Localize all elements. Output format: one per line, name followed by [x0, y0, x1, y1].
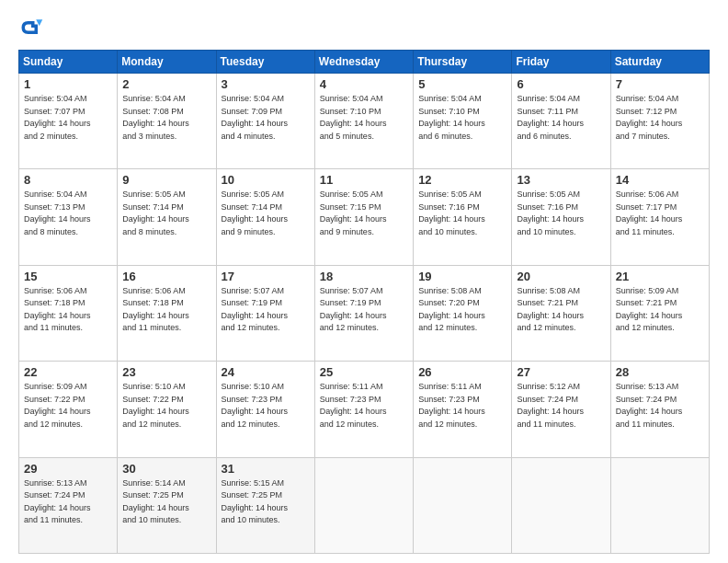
calendar-cell: 21 Sunrise: 5:09 AM Sunset: 7:21 PM Dayl…	[610, 265, 709, 361]
weekday-header: Saturday	[610, 51, 709, 74]
day-info: Sunrise: 5:12 AM Sunset: 7:24 PM Dayligh…	[517, 381, 605, 431]
calendar-cell	[512, 457, 610, 553]
calendar-cell: 18 Sunrise: 5:07 AM Sunset: 7:19 PM Dayl…	[314, 265, 413, 361]
day-info: Sunrise: 5:04 AM Sunset: 7:11 PM Dayligh…	[517, 93, 605, 143]
calendar-cell: 14 Sunrise: 5:06 AM Sunset: 7:17 PM Dayl…	[610, 169, 709, 265]
calendar-cell: 13 Sunrise: 5:05 AM Sunset: 7:16 PM Dayl…	[512, 169, 610, 265]
calendar-cell: 8 Sunrise: 5:04 AM Sunset: 7:13 PM Dayli…	[19, 169, 118, 265]
calendar-cell: 29 Sunrise: 5:13 AM Sunset: 7:24 PM Dayl…	[19, 457, 118, 553]
day-info: Sunrise: 5:09 AM Sunset: 7:21 PM Dayligh…	[616, 285, 704, 335]
calendar-cell: 6 Sunrise: 5:04 AM Sunset: 7:11 PM Dayli…	[512, 74, 610, 169]
calendar-cell: 11 Sunrise: 5:05 AM Sunset: 7:15 PM Dayl…	[314, 169, 413, 265]
day-number: 3	[222, 77, 310, 91]
weekday-header-row: SundayMondayTuesdayWednesdayThursdayFrid…	[19, 51, 710, 74]
day-number: 30	[122, 462, 210, 476]
calendar-week-row: 29 Sunrise: 5:13 AM Sunset: 7:24 PM Dayl…	[19, 457, 710, 553]
day-number: 13	[517, 173, 605, 187]
calendar-cell: 7 Sunrise: 5:04 AM Sunset: 7:12 PM Dayli…	[610, 74, 709, 169]
day-number: 23	[122, 365, 210, 379]
day-number: 27	[517, 365, 605, 379]
day-info: Sunrise: 5:07 AM Sunset: 7:19 PM Dayligh…	[320, 285, 408, 335]
calendar-cell: 1 Sunrise: 5:04 AM Sunset: 7:07 PM Dayli…	[19, 74, 118, 169]
calendar-cell: 4 Sunrise: 5:04 AM Sunset: 7:10 PM Dayli…	[314, 74, 413, 169]
calendar-page: SundayMondayTuesdayWednesdayThursdayFrid…	[0, 0, 728, 563]
day-number: 12	[418, 173, 506, 187]
calendar-week-row: 22 Sunrise: 5:09 AM Sunset: 7:22 PM Dayl…	[19, 362, 710, 457]
day-number: 6	[517, 77, 605, 91]
calendar-cell: 16 Sunrise: 5:06 AM Sunset: 7:18 PM Dayl…	[118, 265, 216, 361]
day-number: 10	[222, 173, 310, 187]
day-info: Sunrise: 5:13 AM Sunset: 7:24 PM Dayligh…	[24, 477, 112, 527]
day-number: 1	[24, 77, 112, 91]
calendar-cell: 19 Sunrise: 5:08 AM Sunset: 7:20 PM Dayl…	[414, 265, 512, 361]
day-info: Sunrise: 5:04 AM Sunset: 7:08 PM Dayligh…	[122, 93, 210, 143]
calendar-cell: 2 Sunrise: 5:04 AM Sunset: 7:08 PM Dayli…	[118, 74, 216, 169]
day-number: 18	[320, 270, 408, 283]
calendar-week-row: 15 Sunrise: 5:06 AM Sunset: 7:18 PM Dayl…	[19, 265, 710, 361]
day-number: 17	[222, 270, 310, 283]
day-info: Sunrise: 5:05 AM Sunset: 7:14 PM Dayligh…	[222, 189, 310, 238]
day-number: 5	[418, 77, 506, 91]
day-info: Sunrise: 5:14 AM Sunset: 7:25 PM Dayligh…	[122, 477, 210, 527]
calendar-cell	[610, 457, 709, 553]
day-info: Sunrise: 5:04 AM Sunset: 7:10 PM Dayligh…	[418, 93, 506, 143]
calendar-cell: 24 Sunrise: 5:10 AM Sunset: 7:23 PM Dayl…	[216, 362, 314, 457]
day-number: 11	[320, 173, 408, 187]
day-number: 20	[517, 270, 605, 283]
calendar-table: SundayMondayTuesdayWednesdayThursdayFrid…	[18, 50, 710, 554]
day-info: Sunrise: 5:04 AM Sunset: 7:13 PM Dayligh…	[24, 189, 112, 238]
day-number: 16	[122, 270, 210, 283]
weekday-header: Wednesday	[314, 51, 413, 74]
weekday-header: Monday	[118, 51, 216, 74]
day-number: 21	[616, 270, 704, 283]
calendar-cell: 17 Sunrise: 5:07 AM Sunset: 7:19 PM Dayl…	[216, 265, 314, 361]
calendar-cell: 10 Sunrise: 5:05 AM Sunset: 7:14 PM Dayl…	[216, 169, 314, 265]
calendar-cell: 12 Sunrise: 5:05 AM Sunset: 7:16 PM Dayl…	[414, 169, 512, 265]
calendar-cell: 20 Sunrise: 5:08 AM Sunset: 7:21 PM Dayl…	[512, 265, 610, 361]
day-info: Sunrise: 5:06 AM Sunset: 7:18 PM Dayligh…	[122, 285, 210, 335]
day-number: 26	[418, 365, 506, 379]
calendar-cell: 22 Sunrise: 5:09 AM Sunset: 7:22 PM Dayl…	[19, 362, 118, 457]
calendar-cell: 27 Sunrise: 5:12 AM Sunset: 7:24 PM Dayl…	[512, 362, 610, 457]
weekday-header: Friday	[512, 51, 610, 74]
logo-icon	[18, 15, 44, 40]
day-number: 28	[616, 365, 704, 379]
day-info: Sunrise: 5:06 AM Sunset: 7:18 PM Dayligh…	[24, 285, 112, 335]
day-info: Sunrise: 5:13 AM Sunset: 7:24 PM Dayligh…	[616, 381, 704, 431]
day-info: Sunrise: 5:08 AM Sunset: 7:21 PM Dayligh…	[517, 285, 605, 335]
calendar-cell	[314, 457, 413, 553]
day-info: Sunrise: 5:05 AM Sunset: 7:16 PM Dayligh…	[517, 189, 605, 238]
calendar-cell: 26 Sunrise: 5:11 AM Sunset: 7:23 PM Dayl…	[414, 362, 512, 457]
day-number: 19	[418, 270, 506, 283]
day-number: 9	[122, 173, 210, 187]
calendar-cell: 5 Sunrise: 5:04 AM Sunset: 7:10 PM Dayli…	[414, 74, 512, 169]
calendar-cell: 25 Sunrise: 5:11 AM Sunset: 7:23 PM Dayl…	[314, 362, 413, 457]
calendar-cell: 30 Sunrise: 5:14 AM Sunset: 7:25 PM Dayl…	[118, 457, 216, 553]
calendar-cell: 23 Sunrise: 5:10 AM Sunset: 7:22 PM Dayl…	[118, 362, 216, 457]
calendar-week-row: 1 Sunrise: 5:04 AM Sunset: 7:07 PM Dayli…	[19, 74, 710, 169]
day-number: 25	[320, 365, 408, 379]
day-number: 7	[616, 77, 704, 91]
day-number: 22	[24, 365, 112, 379]
day-info: Sunrise: 5:10 AM Sunset: 7:22 PM Dayligh…	[122, 381, 210, 431]
day-info: Sunrise: 5:08 AM Sunset: 7:20 PM Dayligh…	[418, 285, 506, 335]
logo	[18, 15, 48, 40]
calendar-cell	[414, 457, 512, 553]
day-info: Sunrise: 5:06 AM Sunset: 7:17 PM Dayligh…	[616, 189, 704, 238]
calendar-cell: 15 Sunrise: 5:06 AM Sunset: 7:18 PM Dayl…	[19, 265, 118, 361]
calendar-cell: 31 Sunrise: 5:15 AM Sunset: 7:25 PM Dayl…	[216, 457, 314, 553]
day-info: Sunrise: 5:11 AM Sunset: 7:23 PM Dayligh…	[418, 381, 506, 431]
day-number: 8	[24, 173, 112, 187]
day-info: Sunrise: 5:04 AM Sunset: 7:12 PM Dayligh…	[616, 93, 704, 143]
day-info: Sunrise: 5:11 AM Sunset: 7:23 PM Dayligh…	[320, 381, 408, 431]
calendar-week-row: 8 Sunrise: 5:04 AM Sunset: 7:13 PM Dayli…	[19, 169, 710, 265]
day-info: Sunrise: 5:09 AM Sunset: 7:22 PM Dayligh…	[24, 381, 112, 431]
day-number: 15	[24, 270, 112, 283]
day-info: Sunrise: 5:04 AM Sunset: 7:07 PM Dayligh…	[24, 93, 112, 143]
day-number: 29	[24, 462, 112, 476]
day-info: Sunrise: 5:05 AM Sunset: 7:15 PM Dayligh…	[320, 189, 408, 238]
weekday-header: Tuesday	[216, 51, 314, 74]
page-header	[18, 15, 710, 40]
day-info: Sunrise: 5:07 AM Sunset: 7:19 PM Dayligh…	[222, 285, 310, 335]
day-info: Sunrise: 5:04 AM Sunset: 7:09 PM Dayligh…	[222, 93, 310, 143]
